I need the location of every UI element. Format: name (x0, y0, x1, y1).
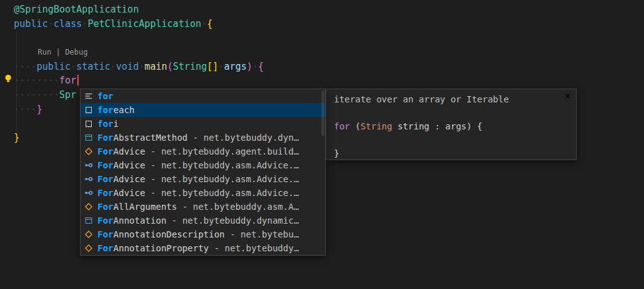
match-highlight: for (97, 105, 113, 115)
code-line: ········for (14, 74, 644, 88)
suggestion-item[interactable]: ForAdvice - net.bytebuddy.asm.Advice.… (80, 158, 325, 172)
token-control: for (334, 121, 350, 131)
match-highlight: For (97, 202, 113, 212)
suggestion-detail: - net.bytebu… (225, 229, 299, 239)
token-whitespace: · (252, 61, 258, 72)
text-cursor (77, 75, 79, 85)
token-keyword: public (36, 61, 70, 72)
token-type: PetClinicApplication (87, 18, 201, 30)
token-control: for (59, 75, 76, 86)
suggestion-item[interactable]: ForAbstractMethod - net.bytebuddy.dyn… (80, 131, 325, 144)
label-rest: AbstractMethod (113, 133, 187, 143)
snippet-icon (84, 119, 94, 129)
suggestion-label: ForAbstractMethod - net.bytebuddy.dyn… (97, 133, 299, 143)
label-rest: Annotation (113, 215, 166, 226)
token-whitespace: · (139, 61, 145, 72)
token-whitespace: ········ (14, 75, 59, 86)
class-icon (84, 229, 94, 239)
match-highlight: For (97, 174, 113, 184)
suggest-scrollbar[interactable] (321, 90, 325, 136)
suggestion-label: fori (97, 119, 119, 129)
token-bracket1: } (14, 132, 19, 143)
quick-fix-lightbulb-icon[interactable] (3, 74, 13, 84)
token-bracket1: { (207, 18, 213, 30)
structure-icon (84, 215, 94, 226)
token-whitespace: ···· (14, 61, 36, 72)
codelens-line: Run | Debug (14, 45, 644, 60)
label-rest: i (113, 119, 118, 129)
token-whitespace: ···· (14, 104, 36, 115)
suggestion-label: ForAnnotation - net.bytebuddy.dynamic… (97, 215, 299, 226)
match-highlight: For (97, 160, 113, 170)
close-icon[interactable]: × (565, 91, 570, 101)
match-highlight: For (97, 229, 113, 239)
token-bracket2: } (36, 104, 42, 115)
suggestion-detail: - net.bytebuddy.asm.A… (177, 202, 299, 212)
token-whitespace: · (111, 61, 116, 72)
suggestion-detail: - net.bytebuddy.dyn… (187, 133, 299, 143)
code-line: @SpringBootApplication (14, 3, 644, 17)
suggestion-item[interactable]: for (80, 89, 325, 103)
token-whitespace: ········ (14, 89, 59, 101)
label-rest: AnnotationDescription (113, 229, 225, 239)
suggestion-item[interactable]: ForAnnotation - net.bytebuddy.dynamic… (80, 214, 325, 227)
codelens-run-link[interactable]: Run (38, 48, 52, 57)
suggestion-detail: - net.bytebuddy.asm.Advice.… (145, 188, 299, 198)
suggestion-label: ForAdvice - net.bytebuddy.agent.build… (97, 146, 299, 156)
token-keyword: void (116, 61, 139, 72)
token-plain: } (334, 148, 339, 158)
suggestion-item[interactable]: ForAnnotationDescription - net.bytebu… (80, 227, 325, 241)
label-rest: Advice (113, 188, 145, 198)
suggestion-item[interactable]: fori (80, 117, 325, 131)
token-function: main (145, 61, 167, 72)
label-rest: AnnotationProperty (113, 243, 209, 253)
suggestion-label: ForAnnotationProperty - net.bytebuddy… (97, 243, 299, 253)
suggestion-label: ForAdvice - net.bytebuddy.asm.Advice.… (97, 174, 299, 184)
token-bracket2: ( (167, 61, 173, 72)
match-highlight: For (97, 133, 113, 143)
codelens-debug-link[interactable]: Debug (65, 48, 87, 57)
token-bracket2: { (258, 61, 264, 72)
suggestion-label: ForAdvice - net.bytebuddy.asm.Advice.… (97, 160, 299, 170)
docs-description: iterate over an array or Iterable (334, 93, 569, 107)
class-icon (84, 146, 94, 156)
suggestion-detail: - net.bytebuddy.dynamic… (167, 215, 299, 226)
token-plain: string : args) { (392, 121, 482, 131)
token-whitespace: · (70, 61, 76, 72)
suggestion-item[interactable]: foreach (80, 103, 325, 117)
token-string: String (360, 121, 392, 131)
class-icon (84, 243, 94, 253)
docs-code-block: for (String string : args) { } (334, 107, 569, 161)
label-rest: Advice (113, 146, 145, 156)
suggestion-item[interactable]: ForAllArguments - net.bytebuddy.asm.A… (80, 200, 325, 214)
code-editor-window: @SpringBootApplicationpublic·class·PetCl… (0, 0, 644, 289)
token-type: Spr (59, 89, 76, 101)
suggest-widget: forforeachforiForAbstractMethod - net.by… (80, 89, 326, 256)
suggestion-detail: - net.bytebuddy… (209, 243, 299, 253)
keyword-icon (84, 91, 94, 101)
token-type: String (173, 61, 207, 72)
suggestion-item[interactable]: ForAdvice - net.bytebuddy.asm.Advice.… (80, 186, 325, 200)
suggestion-detail: - net.bytebuddy.asm.Advice.… (145, 160, 299, 170)
token-whitespace: · (218, 61, 224, 72)
code-line (14, 31, 644, 45)
token-bracket1: [] (207, 61, 218, 72)
code-line: ····public·static·void·main(String[]·arg… (14, 60, 644, 74)
suggestion-detail: - net.bytebuddy.agent.build… (145, 146, 299, 156)
suggestion-item[interactable]: ForAdvice - net.bytebuddy.asm.Advice.… (80, 172, 325, 186)
suggestion-label: foreach (97, 105, 135, 115)
token-bracket2: ) (247, 61, 252, 72)
suggestion-item[interactable]: ForAdvice - net.bytebuddy.agent.build… (80, 144, 325, 158)
suggestion-label: ForAdvice - net.bytebuddy.asm.Advice.… (97, 188, 299, 198)
code-line: public·class·PetClinicApplication·{ (14, 17, 644, 31)
suggestion-item[interactable]: ForAnnotationProperty - net.bytebuddy… (80, 241, 325, 255)
token-whitespace: · (48, 18, 53, 30)
match-highlight: For (97, 215, 113, 226)
suggestion-label: for (97, 91, 113, 101)
match-highlight: For (97, 146, 113, 156)
label-rest: Advice (113, 160, 145, 170)
snippet-icon (84, 105, 94, 115)
codelens-separator: | (52, 48, 65, 57)
interface-icon (84, 160, 94, 170)
token-keyword: public (14, 18, 48, 30)
